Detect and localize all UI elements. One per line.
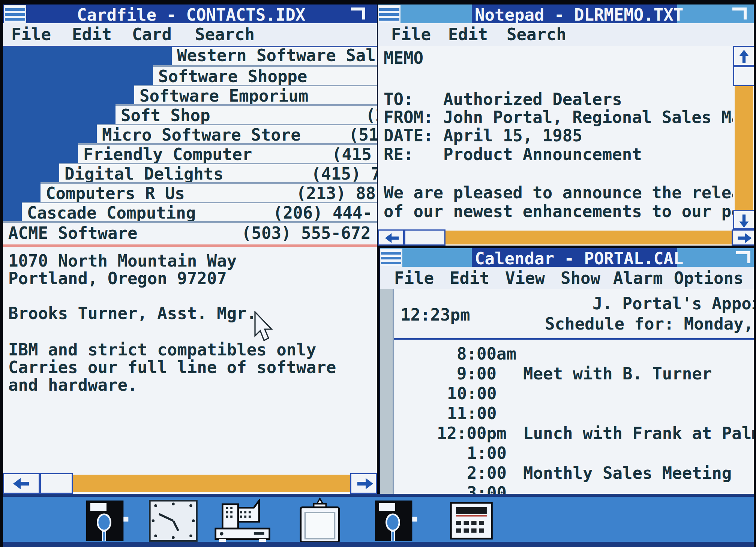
menu-view[interactable]: View: [505, 270, 545, 286]
menu-search[interactable]: Search: [195, 26, 255, 43]
screen-edge-right: [754, 0, 756, 547]
card-row[interactable]: Friendly Computer (415: [78, 143, 377, 164]
desktop-icon-band: [0, 494, 756, 542]
calendar-window: Calendar - PORTAL.CAL File Edit View Sho…: [379, 248, 755, 496]
up-arrow-icon: [737, 49, 751, 64]
memo-line: RE: Product Announcement: [384, 146, 642, 163]
menu-options[interactable]: Options: [674, 270, 743, 286]
notepad-titlebar[interactable]: Notepad - DLRMEMO.TXT: [378, 4, 755, 23]
system-menu-icon[interactable]: [378, 5, 400, 24]
menu-edit[interactable]: Edit: [450, 270, 489, 286]
left-arrow-icon: [384, 232, 400, 244]
memo-line: of our newest enhancements to our po: [384, 203, 733, 220]
scroll-track[interactable]: [446, 231, 732, 244]
printer-icon[interactable]: [208, 499, 278, 544]
restore-icon[interactable]: [736, 251, 750, 263]
card-row[interactable]: Digital Delights (415) 7: [59, 163, 377, 184]
calendar-left-strip: [380, 289, 394, 496]
scroll-up-button[interactable]: [733, 46, 755, 66]
cardfile-title: Cardfile - CONTACTS.IDX: [77, 7, 305, 23]
card-text-line: and hardware.: [8, 377, 137, 393]
memo-line: MEMO: [384, 50, 423, 66]
cardfile-hscrollbar[interactable]: [3, 473, 377, 494]
header-divider: [394, 338, 755, 340]
schedule-time[interactable]: 2:00: [467, 465, 507, 481]
cardfile-titlebar[interactable]: Cardfile - CONTACTS.IDX: [3, 4, 377, 23]
notepad-text-area[interactable]: MEMO TO: Authorized Dealers FROM: John P…: [378, 46, 733, 229]
schedule-time[interactable]: 1:00: [467, 445, 507, 462]
menu-edit[interactable]: Edit: [448, 26, 488, 43]
notepad-title: Notepad - DLRMEMO.TXT: [475, 7, 683, 23]
card-row[interactable]: Cascade Computing (206) 444-: [22, 202, 377, 223]
cardfile-menubar: File Edit Card Search: [3, 23, 377, 47]
scroll-right-button[interactable]: [732, 229, 755, 246]
notepad-window: Notepad - DLRMEMO.TXT File Edit Search M…: [377, 4, 755, 246]
screen-edge-left: [0, 0, 3, 547]
calendar-header-line2: Schedule for: Monday, M: [545, 316, 755, 332]
clock-icon[interactable]: [145, 500, 202, 543]
scroll-left-button[interactable]: [378, 229, 404, 246]
card-text-line: Carries our full line of software: [8, 359, 336, 376]
card-row[interactable]: Soft Shop (2: [116, 104, 377, 125]
calendar-title: Calendar - PORTAL.CAL: [475, 250, 683, 267]
calculator-icon[interactable]: [446, 502, 497, 541]
calendar-header-line1: J. Portal's Appoi: [592, 295, 755, 312]
schedule-time[interactable]: 12:00pm: [437, 425, 506, 442]
scroll-right-button[interactable]: [350, 473, 377, 494]
active-card-name: ACME Software: [8, 225, 137, 241]
system-menu-icon[interactable]: [380, 249, 402, 267]
menu-file[interactable]: File: [394, 270, 434, 286]
clipboard-icon[interactable]: [285, 498, 355, 545]
screen-edge-top: [0, 0, 756, 4]
menu-edit[interactable]: Edit: [72, 26, 112, 43]
schedule-entry[interactable]: Meet with B. Turner: [523, 366, 712, 382]
memo-line: We are pleased to announce the relea: [384, 184, 733, 201]
memo-line: DATE: April 15, 1985: [384, 127, 582, 144]
notepad-hscrollbar[interactable]: [378, 229, 755, 246]
card-row[interactable]: Western Software Sal: [172, 44, 377, 65]
scroll-thumb[interactable]: [404, 229, 446, 246]
schedule-time[interactable]: 10:00: [447, 385, 496, 402]
scroll-track[interactable]: [735, 86, 753, 210]
card-text-line: Portland, Oregon 97207: [8, 270, 227, 287]
calendar-content[interactable]: 12:23pm J. Portal's Appoi Schedule for: …: [394, 289, 755, 496]
down-arrow-icon: [737, 213, 751, 228]
active-card-phone: (503) 555-672: [242, 225, 370, 241]
menu-card[interactable]: Card: [132, 26, 172, 43]
right-arrow-icon: [736, 232, 752, 244]
scroll-left-button[interactable]: [3, 473, 40, 494]
floppy-disk-icon[interactable]: [370, 501, 420, 543]
schedule-entry[interactable]: Monthly Sales Meeting: [523, 465, 732, 481]
scroll-thumb[interactable]: [733, 66, 755, 86]
menu-file[interactable]: File: [391, 26, 431, 43]
system-menu-icon[interactable]: [4, 5, 26, 24]
card-row[interactable]: Micro Software Store (51: [97, 124, 377, 145]
scroll-down-button[interactable]: [733, 210, 755, 229]
restore-icon[interactable]: [351, 7, 365, 19]
menu-alarm[interactable]: Alarm: [613, 270, 663, 286]
floppy-disk-icon[interactable]: [82, 501, 131, 543]
calendar-titlebar[interactable]: Calendar - PORTAL.CAL: [380, 248, 755, 267]
active-card[interactable]: ACME Software (503) 555-672 1070 North M…: [3, 221, 377, 475]
card-text-line: 1070 North Mountain Way: [8, 253, 237, 269]
menu-show[interactable]: Show: [561, 270, 600, 286]
scroll-track[interactable]: [73, 475, 350, 492]
restore-icon[interactable]: [732, 7, 747, 19]
card-row[interactable]: Computers R Us (213) 88: [40, 182, 377, 203]
menu-file[interactable]: File: [11, 26, 51, 43]
card-divider: [3, 244, 377, 247]
memo-line: TO: Authorized Dealers: [384, 91, 622, 108]
menu-search[interactable]: Search: [507, 26, 566, 43]
scroll-thumb[interactable]: [40, 473, 73, 494]
schedule-time[interactable]: 8:00am: [457, 346, 516, 362]
schedule-time[interactable]: 11:00: [447, 405, 496, 422]
memo-line: FROM: John Portal, Regional Sales Ma: [384, 109, 733, 126]
schedule-time[interactable]: 9:00: [457, 366, 496, 382]
notepad-vscrollbar[interactable]: [733, 46, 755, 229]
schedule-entry[interactable]: Lunch with Frank at Palm: [523, 425, 755, 442]
card-row[interactable]: Software Shoppe: [153, 65, 377, 86]
card-text-line: Brooks Turner, Asst. Mgr.: [8, 305, 256, 322]
right-arrow-icon: [356, 477, 374, 490]
card-row[interactable]: Software Emporium: [134, 85, 377, 106]
calendar-menubar: File Edit View Show Alarm Options: [380, 267, 755, 290]
